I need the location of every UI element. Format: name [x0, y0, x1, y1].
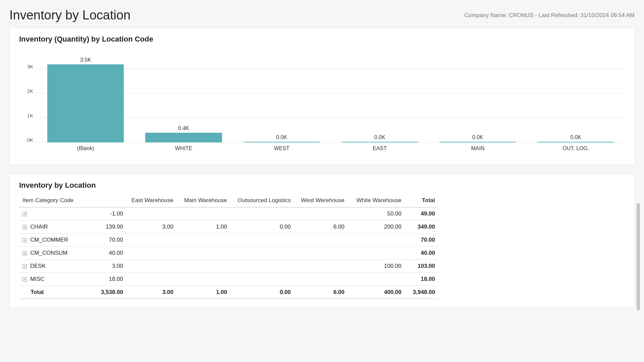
total-label: Total	[19, 286, 86, 299]
cell	[294, 234, 348, 247]
y-tick: 0K	[27, 137, 33, 143]
cell: 100.00	[348, 260, 405, 273]
col-header-west[interactable]: West Warehouse	[294, 194, 348, 207]
bar-rect	[145, 133, 222, 142]
matrix-table[interactable]: Item Category Code East Warehouse Main W…	[19, 194, 438, 299]
row-category: CHAIR	[30, 224, 48, 230]
cell	[126, 260, 177, 273]
cell: 0.00	[230, 221, 294, 234]
matrix-card: Inventory by Location Item Category Code…	[9, 174, 635, 308]
cell-total: 49.00	[405, 207, 438, 221]
chart-card: Inventory (Quantity) by Location Code 0K…	[9, 28, 635, 165]
scrollbar-thumb[interactable]	[637, 203, 640, 310]
cell	[230, 247, 294, 260]
plus-icon[interactable]	[22, 251, 27, 255]
cell	[294, 273, 348, 286]
cell: 70.00	[86, 234, 126, 247]
bar-value-label: 0.0K	[570, 134, 581, 140]
x-label: (Blank)	[37, 145, 135, 152]
col-header-out[interactable]: Outsourced Logistics	[230, 194, 294, 207]
cell	[126, 247, 177, 260]
col-header-blank[interactable]	[86, 194, 126, 207]
cell: 139.00	[86, 221, 126, 234]
cell	[126, 234, 177, 247]
bar-value-label: 0.0K	[374, 134, 385, 140]
bar-east[interactable]: 0.0K	[331, 57, 429, 142]
scrollbar[interactable]	[637, 203, 640, 324]
table-header-row: Item Category Code East Warehouse Main W…	[19, 194, 438, 207]
plus-icon[interactable]	[22, 212, 27, 216]
bar-blank[interactable]: 3.5K	[37, 57, 135, 142]
bar-white[interactable]: 0.4K	[135, 57, 232, 142]
x-label: MAIN	[429, 145, 527, 152]
bar-chart[interactable]: 0K 1K 2K 3K 3.5K 0.4K	[19, 48, 625, 155]
bar-out-log[interactable]: 0.0K	[527, 57, 625, 142]
row-category: DESK	[30, 263, 46, 269]
table-row[interactable]: CM_COMMER 70.00 70.00	[19, 234, 438, 247]
y-tick: 1K	[27, 112, 33, 118]
y-tick: 3K	[27, 63, 33, 69]
cell	[348, 234, 405, 247]
page-title: Inventory by Location	[9, 8, 130, 22]
matrix-title: Inventory by Location	[19, 181, 625, 190]
cell	[230, 234, 294, 247]
cell	[177, 260, 230, 273]
bar-rect	[439, 142, 516, 142]
col-header-white[interactable]: White Warehouse	[348, 194, 405, 207]
cell	[230, 260, 294, 273]
col-header-category[interactable]: Item Category Code	[19, 194, 86, 207]
bar-rect	[538, 142, 614, 142]
table-row[interactable]: DESK 3.00 100.00 103.00	[19, 260, 438, 273]
cell	[294, 247, 348, 260]
cell: 50.00	[348, 207, 405, 221]
table-row[interactable]: MISC 18.00 18.00	[19, 273, 438, 286]
plus-icon[interactable]	[22, 264, 27, 268]
total-cell: 3.00	[126, 286, 177, 299]
cell: 200.00	[348, 221, 405, 234]
cell: -1.00	[86, 207, 126, 221]
bar-rect	[244, 142, 320, 142]
cell	[177, 247, 230, 260]
cell	[348, 247, 405, 260]
plus-icon[interactable]	[22, 225, 27, 229]
total-cell: 400.00	[348, 286, 405, 299]
plus-icon[interactable]	[22, 277, 27, 282]
bar-value-label: 3.5K	[80, 57, 91, 63]
cell-total: 349.00	[405, 221, 438, 234]
bar-value-label: 0.4K	[178, 125, 189, 131]
bar-west[interactable]: 0.0K	[233, 57, 331, 142]
x-label: OUT. LOG.	[527, 145, 625, 152]
col-header-main[interactable]: Main Warehouse	[177, 194, 230, 207]
plus-icon[interactable]	[22, 238, 27, 242]
cell-total: 103.00	[405, 260, 438, 273]
table-row[interactable]: CM_CONSUM 40.00 40.00	[19, 247, 438, 260]
cell	[230, 273, 294, 286]
cell: 18.00	[86, 273, 126, 286]
y-tick: 2K	[27, 88, 33, 94]
total-cell: 3,538.00	[86, 286, 126, 299]
col-header-east[interactable]: East Warehouse	[126, 194, 177, 207]
cell: 1.00	[177, 221, 230, 234]
total-cell: 6.00	[294, 286, 348, 299]
table-row[interactable]: CHAIR 139.00 3.00 1.00 0.00 6.00 200.00 …	[19, 221, 438, 234]
row-category: CM_CONSUM	[30, 250, 67, 256]
bar-value-label: 0.0K	[276, 134, 287, 140]
cell: 6.00	[294, 221, 348, 234]
bar-rect	[47, 64, 124, 142]
cell	[126, 207, 177, 221]
cell-total: 18.00	[405, 273, 438, 286]
bar-main[interactable]: 0.0K	[429, 57, 527, 142]
chart-title: Inventory (Quantity) by Location Code	[19, 35, 625, 44]
cell-total: 40.00	[405, 247, 438, 260]
y-axis: 0K 1K 2K 3K	[19, 57, 35, 143]
table-row[interactable]: -1.00 50.00 49.00	[19, 207, 438, 221]
total-cell: 1.00	[177, 286, 230, 299]
x-axis: (Blank) WHITE WEST EAST MAIN OUT. LOG.	[37, 145, 625, 152]
cell	[177, 273, 230, 286]
col-header-total[interactable]: Total	[405, 194, 438, 207]
cell	[230, 207, 294, 221]
cell	[294, 207, 348, 221]
x-label: WHITE	[135, 145, 232, 152]
cell	[177, 207, 230, 221]
total-cell: 3,948.00	[405, 286, 438, 299]
